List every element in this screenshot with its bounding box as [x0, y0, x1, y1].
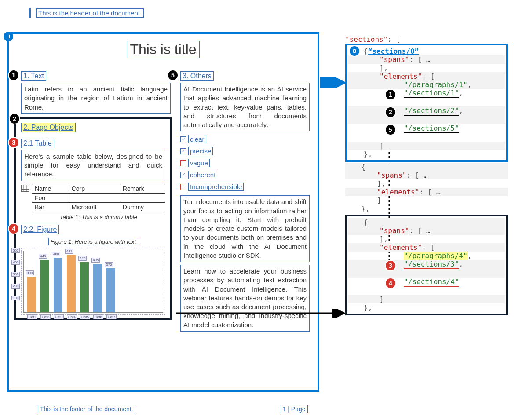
json-section0-label: “sections/0”	[368, 47, 419, 55]
check-row-vague: vague	[180, 159, 310, 167]
section-1-paragraph: Latin refers to an ancient Italic langua…	[21, 83, 171, 114]
section-1-heading: 1. Text	[21, 71, 46, 81]
json-badge-0: 0	[349, 45, 360, 57]
chart-x-tick: Cat4	[67, 314, 77, 319]
section-3-heading: 3. Others	[180, 71, 214, 81]
chart-y-tick: 200	[11, 284, 20, 289]
table-wrap: Name Corp Remark Foo Bar M	[21, 181, 165, 220]
section-2-heading: 2. Page Objects	[21, 123, 76, 132]
chart-bar-label: 460	[52, 252, 60, 256]
json-badge-5: 5	[385, 124, 396, 135]
chart-bar-label: 482	[65, 249, 73, 254]
chart-bar: 405	[93, 264, 102, 312]
check-row-Incomprehensible: Incomprehensible	[180, 183, 310, 191]
table-caption: Table 1: This is a dummy table	[32, 214, 165, 220]
table-header-row: Name Corp Remark	[32, 184, 165, 193]
arrow-blue-icon	[320, 77, 347, 90]
check-label: coherent	[188, 171, 217, 179]
header-text: This is the header of the document.	[36, 8, 144, 18]
checkbox-unchecked-icon	[180, 160, 186, 166]
chart-x-tick: Cat5	[80, 314, 90, 319]
checkbox-list: ✓clear✓precisevague✓coherentIncomprehens…	[180, 135, 310, 191]
right-column: 5 3. Others AI Document Intelligence is …	[180, 71, 310, 332]
check-label: Incomprehensible	[188, 183, 244, 191]
section-21-heading: 2.1 Table	[21, 139, 54, 148]
table-icon	[21, 185, 29, 192]
section-3-para3: Learn how to accelerate your business pr…	[180, 265, 310, 332]
footer-text: This is the footer of the document.	[38, 405, 135, 413]
check-label: clear	[188, 135, 206, 143]
section-21-paragraph: Here's a sample table below, designed to…	[21, 150, 165, 181]
chart-bar: 300	[27, 277, 36, 312]
table-row: Foo	[32, 193, 165, 202]
chart-bar-label: 440	[39, 254, 47, 259]
footer-page-number: 1 | Page	[281, 405, 308, 413]
chart-y-tick: 300	[11, 272, 20, 277]
document-frame: This is title 1 1. Text Latin refers to …	[7, 32, 319, 392]
sample-table: Name Corp Remark Foo Bar M	[32, 184, 165, 212]
badge-2: 2	[9, 113, 20, 124]
doc-footer: This is the footer of the document. 1 | …	[38, 405, 308, 413]
badge-4: 4	[8, 223, 19, 234]
check-row-precise: ✓precise	[180, 147, 310, 155]
arrow-black-icon	[176, 309, 347, 319]
badge-5: 5	[167, 69, 179, 81]
badge-3: 3	[8, 137, 19, 148]
json-badge-1: 1	[385, 89, 396, 100]
checkbox-checked-icon: ✓	[180, 172, 186, 178]
th-corp: Corp	[69, 184, 120, 193]
chart-x-tick: Cat2	[40, 314, 51, 319]
json-elem-paragraphs1: "/paragraphs/1"	[404, 80, 468, 89]
json-elem-sections1: "/sections/1"	[404, 89, 459, 97]
chart-bar: 420	[80, 262, 89, 312]
section-2-frame: 2 2. Page Objects 3 2.1 Table Here's a s…	[14, 117, 172, 320]
check-label: vague	[188, 159, 210, 167]
check-label: precise	[188, 147, 213, 155]
chart-bar-label: 405	[91, 258, 100, 263]
json-elem-paragraphs4: "/paragraphs/4"	[404, 252, 468, 260]
json-section0-box: 0 {“sections/0” "spans": [ … ], "element…	[345, 44, 508, 162]
section-22-heading: 2.2. Figure	[21, 225, 59, 234]
chart-bar-label: 370	[105, 262, 113, 267]
chart-y-tick: 500	[11, 248, 20, 253]
th-remark: Remark	[120, 184, 165, 193]
chart-y-tick: 400	[11, 260, 20, 265]
json-badge-4: 4	[385, 278, 396, 289]
chart-bar: 370	[106, 268, 115, 312]
th-name: Name	[32, 184, 69, 193]
chart-bar: 482	[67, 255, 76, 312]
chart-x-tick: Cat6	[93, 314, 103, 319]
chart-bar: 440	[40, 260, 49, 312]
json-key-sections: "sections"	[345, 35, 387, 44]
chart-x-tick: Cat7	[106, 314, 117, 319]
chart-x-tick: Cat3	[54, 314, 64, 319]
chart-x-tick: Cat1	[27, 314, 37, 319]
section-3-para1: AI Document Intelligence is an AI servic…	[180, 83, 310, 131]
section-3-para2: Turn documents into usable data and shif…	[180, 195, 310, 262]
table-row: Bar Microsoft Dummy	[32, 202, 165, 212]
svg-rect-0	[22, 185, 29, 191]
doc-header: This is the header of the document.	[29, 8, 144, 18]
chart-bar-label: 420	[78, 256, 87, 261]
json-elem-sections5: "/sections/5"	[404, 124, 459, 132]
check-row-clear: ✓clear	[180, 135, 310, 143]
chart-bar: 460	[54, 258, 62, 312]
badge-1: 1	[8, 69, 19, 81]
json-badge-3: 3	[385, 260, 396, 271]
json-elem-sections2: "/sections/2"	[404, 106, 459, 115]
check-row-coherent: ✓coherent	[180, 171, 310, 179]
json-output-pane: "sections": [ 0 {“sections/0” "spans": […	[345, 35, 508, 315]
chart-y-tick: 100	[11, 296, 20, 300]
left-column: 1 1. Text Latin refers to an ancient Ita…	[21, 71, 171, 332]
checkbox-checked-icon: ✓	[180, 136, 186, 142]
doc-title: This is title	[127, 41, 199, 58]
checkbox-checked-icon: ✓	[180, 148, 186, 154]
json-elem-sections4: "/sections/4"	[404, 278, 459, 286]
json-section2-box: { "spans": [ … ], "elements": [ "/paragr…	[345, 215, 508, 315]
json-badge-2: 2	[385, 106, 396, 118]
chart-bar-label: 300	[26, 270, 34, 275]
checkbox-unchecked-icon	[180, 184, 186, 190]
json-elem-sections3: "/sections/3"	[404, 260, 459, 268]
header-accent-bar	[29, 8, 31, 18]
bar-chart: 100200300400500300Cat1440Cat2460Cat3482C…	[21, 248, 165, 315]
